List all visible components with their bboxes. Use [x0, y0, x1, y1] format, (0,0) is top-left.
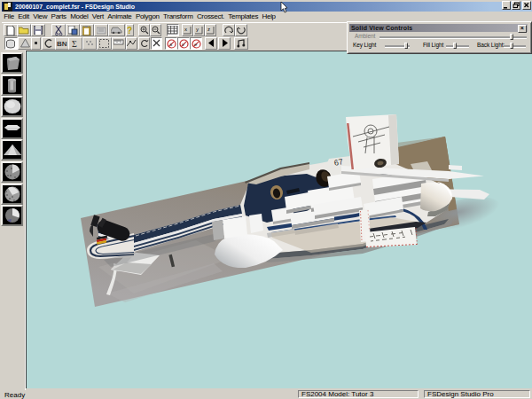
svg-text:x: x [184, 27, 187, 32]
svg-text:Σ: Σ [72, 39, 77, 48]
svg-text:z: z [207, 27, 210, 32]
svg-text:?: ? [127, 26, 132, 35]
svg-text:BN: BN [57, 40, 67, 48]
svg-text:y: y [196, 27, 199, 32]
svg-text:s: s [169, 42, 172, 47]
svg-text:v: v [182, 42, 184, 47]
